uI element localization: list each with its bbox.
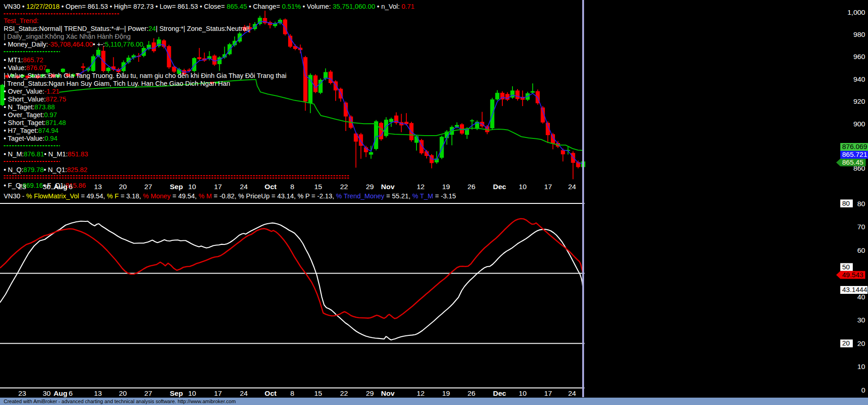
svg-text:17: 17: [214, 183, 222, 191]
svg-text:20: 20: [842, 339, 850, 347]
svg-text:• Short_Value:872.75: • Short_Value:872.75: [4, 95, 66, 103]
svg-text:12: 12: [416, 183, 424, 191]
svg-text:13: 13: [94, 389, 102, 397]
svg-text:80: 80: [857, 200, 866, 208]
svg-text:49.543: 49.543: [842, 271, 863, 279]
svg-text:6: 6: [69, 389, 73, 397]
svg-text:24: 24: [568, 389, 576, 397]
svg-text:30: 30: [857, 316, 866, 324]
svg-text:12: 12: [416, 389, 424, 397]
svg-text:50: 50: [842, 263, 850, 271]
svg-text:10: 10: [518, 389, 527, 397]
svg-text:6: 6: [69, 183, 73, 191]
svg-text:1,000: 1,000: [847, 8, 865, 16]
svg-text:• H7_Taget:874.94: • H7_Taget:874.94: [4, 127, 59, 134]
svg-text:| Trend_Status:Ngan Han Suy Gi: | Trend_Status:Ngan Han Suy Giam, Tich L…: [4, 80, 230, 87]
svg-text:• Money_Daily:-35,708,464.00•: • Money_Daily:-35,708,464.00• +-:5,110,7…: [4, 41, 143, 48]
svg-text:30: 30: [42, 183, 51, 191]
svg-text:10: 10: [857, 363, 866, 370]
svg-text:15: 15: [314, 183, 322, 191]
svg-text:980: 980: [853, 30, 865, 38]
svg-text:Oct: Oct: [265, 183, 277, 191]
svg-text:23: 23: [18, 183, 26, 191]
svg-text:• Taget-Value:0.94: • Taget-Value:0.94: [4, 135, 58, 142]
svg-text:VN30 • 12/27/2018 • Open= 861.: VN30 • 12/27/2018 • Open= 861.53 • High=…: [4, 3, 415, 10]
svg-text:• Over_Taget:0.97: • Over_Taget:0.97: [4, 111, 57, 119]
svg-text:Nov: Nov: [381, 389, 395, 397]
svg-text:17: 17: [544, 183, 552, 191]
svg-text:22: 22: [340, 183, 348, 191]
svg-text:RSI_Status:Normal| TREND_Statu: RSI_Status:Normal| TREND_Status:*-#--| P…: [4, 25, 250, 32]
svg-text:| Daily_singal:Không Xác Nhận: | Daily_singal:Không Xác Nhận Hành Động: [4, 33, 131, 40]
svg-text:• N_Taget:873.88: • N_Taget:873.88: [4, 103, 55, 111]
svg-text:• Short_Taget:871.48: • Short_Taget:871.48: [4, 119, 66, 126]
svg-text:• MT1:865.72: • MT1:865.72: [4, 56, 43, 64]
svg-text:10: 10: [188, 389, 196, 397]
svg-text:Dec: Dec: [493, 389, 506, 397]
svg-text:15: 15: [314, 389, 322, 397]
svg-text:8: 8: [290, 389, 295, 397]
svg-text:24: 24: [240, 389, 248, 397]
svg-text:24: 24: [240, 183, 248, 191]
svg-text:900: 900: [853, 120, 865, 128]
svg-text:70: 70: [857, 223, 866, 231]
svg-text:Dec: Dec: [493, 183, 506, 191]
svg-text:Aug: Aug: [54, 389, 67, 397]
svg-text:VN30 - % FlowMatrix_Vol = 49.5: VN30 - % FlowMatrix_Vol = 49.54, % F = 3…: [4, 192, 456, 200]
svg-text:24: 24: [568, 183, 576, 191]
svg-text:• Value:876.07: • Value:876.07: [4, 64, 47, 71]
svg-text:920: 920: [853, 97, 865, 105]
svg-text:27: 27: [144, 389, 152, 397]
svg-text:43.1444: 43.1444: [842, 286, 867, 293]
svg-text:8: 8: [290, 183, 295, 191]
svg-text:Sep: Sep: [170, 389, 183, 397]
svg-text:40: 40: [857, 293, 866, 301]
svg-text:29: 29: [366, 389, 374, 397]
svg-text:30: 30: [42, 389, 51, 397]
svg-text:80: 80: [842, 199, 850, 207]
svg-text:• N_Q:879.78• N_Q1:825.82: • N_Q:879.78• N_Q1:825.82: [4, 166, 87, 173]
svg-text:10: 10: [188, 183, 196, 191]
svg-text:19: 19: [442, 389, 450, 397]
svg-text:19: 19: [442, 183, 450, 191]
svg-text:Nov: Nov: [381, 183, 395, 191]
svg-text:865.721: 865.721: [842, 150, 867, 158]
svg-text:Test_Trend:: Test_Trend:: [4, 17, 38, 24]
svg-text:Sep: Sep: [170, 183, 183, 191]
svg-text:20: 20: [119, 183, 127, 191]
svg-text:17: 17: [544, 389, 552, 397]
svg-text:23: 23: [18, 389, 26, 397]
svg-text:10: 10: [518, 183, 527, 191]
svg-text:29: 29: [366, 183, 374, 191]
svg-text:• N_M:876.81• N_M1:851.83: • N_M:876.81• N_M1:851.83: [4, 150, 88, 158]
svg-text:22: 22: [340, 389, 348, 397]
svg-text:27: 27: [144, 183, 152, 191]
svg-text:• Over_Value:-1.21: • Over_Value:-1.21: [4, 88, 60, 95]
svg-text:876.069: 876.069: [842, 143, 867, 150]
svg-text:865.45: 865.45: [842, 158, 863, 166]
svg-text:Aug: Aug: [54, 183, 67, 191]
svg-text:Oct: Oct: [265, 389, 277, 397]
svg-text:960: 960: [853, 53, 865, 60]
svg-text:| Value_Status:Đinh Gia Tang T: | Value_Status:Đinh Gia Tang Truong. Đâu…: [4, 72, 287, 79]
svg-text:0: 0: [861, 386, 865, 394]
svg-text:26: 26: [467, 183, 475, 191]
svg-text:26: 26: [467, 389, 475, 397]
svg-text:20: 20: [857, 339, 866, 347]
svg-text:60: 60: [857, 246, 866, 254]
svg-text:17: 17: [214, 389, 222, 397]
svg-text:20: 20: [119, 389, 127, 397]
svg-text:940: 940: [853, 75, 865, 83]
svg-text:13: 13: [94, 183, 102, 191]
